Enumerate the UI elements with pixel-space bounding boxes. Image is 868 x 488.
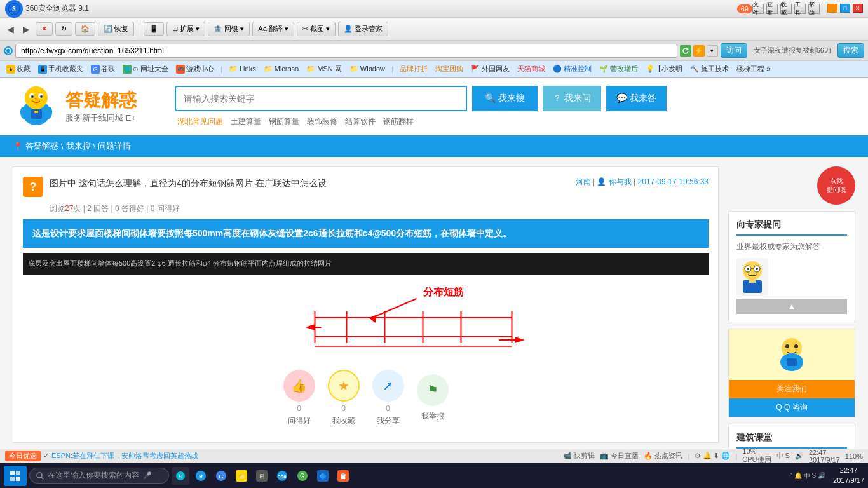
tag-hubei[interactable]: 湖北常见问题 — [177, 116, 223, 127]
refresh-button[interactable]: ↻ — [55, 22, 72, 36]
expand-icon[interactable]: ▾ — [707, 45, 718, 57]
forward-button[interactable]: ▶ — [20, 22, 33, 36]
bank-btn[interactable]: 🏦 网银 ▾ — [208, 22, 250, 36]
ask-me-button[interactable]: ？ 我来问 — [543, 86, 601, 111]
news-text1: ✓ — [43, 452, 49, 460]
restore-button[interactable]: 🔄 恢复 — [98, 22, 134, 36]
address-input[interactable] — [15, 44, 677, 58]
start-button[interactable] — [4, 466, 27, 486]
taskbar-icon-4[interactable]: 📁 — [233, 467, 250, 485]
main-content: ? 图片中 这句话怎么理解，直径为4的分布短钢筋网片 在广联达中怎么设 河南 |… — [0, 157, 868, 488]
tag-software[interactable]: 结算软件 — [345, 116, 376, 127]
translate-btn[interactable]: Aa 翻译 ▾ — [252, 22, 294, 36]
tag-civil[interactable]: 土建算量 — [231, 116, 261, 127]
favorite-item[interactable]: ★ 0 我收藏 — [328, 370, 360, 426]
report-item[interactable]: ⚑ 我举报 — [417, 374, 449, 422]
taskbar-icon-orange[interactable]: 📋 — [334, 467, 352, 485]
question-user-icon: 👤 — [597, 177, 606, 186]
browser-logo: 3 — [5, 0, 23, 18]
breadcrumb-search[interactable]: 我来搜 — [66, 140, 91, 152]
urls-icon: 🌐 — [123, 65, 132, 74]
login-btn[interactable]: 👤 登录管家 — [338, 22, 388, 36]
bookmark-construct[interactable]: 🔨 施工技术 — [688, 63, 731, 75]
menu-file[interactable]: 文件 — [752, 4, 764, 14]
system-clock: 22:47 2017/9/17 — [833, 466, 864, 485]
taskbar-icon-3[interactable]: G — [212, 467, 230, 485]
main-search-input[interactable] — [175, 86, 467, 111]
screenshot-btn[interactable]: ✂ 截图 ▾ — [297, 22, 336, 36]
tag-rebar[interactable]: 钢筋算量 — [269, 116, 299, 127]
bookmark-micro[interactable]: 📁 Microso — [261, 64, 302, 74]
svg-line-24 — [372, 299, 417, 318]
taskbar-icon-5[interactable]: ⊞ — [253, 467, 271, 485]
menu-favorites[interactable]: 收藏 — [780, 4, 792, 14]
bookmark-taobao[interactable]: 淘宝团购 — [433, 63, 466, 75]
status-right: 📹 快剪辑 📺 今日直播 🔥 热点资讯 | ⚙ 🔔 ⬇ 🌐 | 10% CPU使… — [563, 447, 863, 464]
share-item[interactable]: ↗ 0 我分享 — [372, 370, 404, 426]
svg-text:360: 360 — [278, 474, 287, 480]
search-me-button[interactable]: 🔍 我来搜 — [472, 86, 538, 111]
bookmark-stairs[interactable]: 楼梯工程 » — [734, 63, 773, 75]
maximize-button[interactable]: □ — [840, 4, 850, 13]
bookmark-tax[interactable]: 🌱 菅改增后 — [597, 63, 641, 75]
taskbar-search-bar[interactable]: 在这里输入你要搜索的内容 🎤 — [29, 468, 169, 484]
games-icon: 🎮 — [176, 65, 185, 74]
bookmark-window[interactable]: 📁 Window — [347, 64, 388, 74]
nav-bar: ◀ ▶ ✕ ↻ 🏠 🔄 恢复 📱 ⊞ 扩展 ▾ 🏦 网银 ▾ Aa 翻译 ▾ ✂… — [0, 18, 868, 41]
menu-tools[interactable]: 工具 — [794, 4, 806, 14]
close-button[interactable]: ✕ — [853, 4, 863, 13]
taskbar-search-icon — [36, 472, 44, 480]
breadcrumb-home[interactable]: 答疑解惑 — [25, 140, 58, 152]
bookmark-invent[interactable]: 💡【小发明 — [643, 63, 685, 75]
question-title: 图片中 这句话怎么理解，直径为4的分布短钢筋网片 在广联达中怎么设 — [50, 177, 569, 190]
bookmark-brand[interactable]: 品牌打折 — [397, 63, 430, 75]
bookmark-links[interactable]: 📁 Links — [226, 64, 259, 74]
visit-button[interactable]: 访问 — [721, 43, 747, 58]
expert-avatar-area — [736, 258, 847, 296]
taskbar-icon-360[interactable]: 360 — [273, 467, 291, 485]
bookmark-games[interactable]: 🎮 游戏中心 — [173, 63, 217, 75]
ask-bubble[interactable]: 点我提问哦 — [817, 166, 855, 205]
bookmark-tmall[interactable]: 天猫商城 — [515, 63, 548, 75]
answer-me-button[interactable]: 💬 我来答 — [606, 86, 667, 111]
scroll-top-button[interactable]: ▲ — [736, 299, 847, 314]
stop-button[interactable]: ✕ — [36, 22, 53, 36]
tag-decor[interactable]: 装饰装修 — [307, 116, 337, 127]
bookmark-msn[interactable]: 📁 MSN 网 — [304, 63, 344, 75]
minimize-button[interactable]: _ — [827, 4, 837, 13]
search-button-top[interactable]: 搜索 — [837, 43, 864, 58]
follow-us-button[interactable]: 关注我们 — [729, 380, 855, 398]
bookmark-item[interactable]: ★ 收藏 — [4, 63, 33, 75]
expert-desc: 业界最权威专家为您解答 — [736, 241, 847, 253]
taskbar-icon-2[interactable]: e — [192, 467, 210, 485]
bookmark-precise[interactable]: 🔵 精准控制 — [550, 63, 594, 75]
taskbar-icon-green[interactable]: G — [294, 467, 311, 485]
search-tags: 湖北常见问题 土建算量 钢筋算量 装饰装修 结算软件 钢筋翻样 — [175, 116, 855, 127]
svg-point-41 — [785, 344, 789, 348]
float-area: 点我提问哦 — [728, 166, 855, 205]
mobile-btn[interactable]: 📱 — [144, 22, 164, 36]
tag-rebar2[interactable]: 钢筋翻样 — [383, 116, 414, 127]
content-right: 点我提问哦 向专家提问 业界最权威专家为您解答 — [728, 166, 855, 488]
bookmark-mobile[interactable]: 📱 手机收藏夹 — [36, 63, 86, 75]
taskbar-icon-1[interactable]: S — [172, 467, 189, 485]
svg-point-42 — [794, 344, 798, 348]
search-area: 🔍 我来搜 ？ 我来问 💬 我来答 湖北常见问题 土建算量 钢筋算量 装饰装修 … — [175, 86, 855, 127]
menu-view[interactable]: 查看 — [766, 4, 778, 14]
news-link1[interactable]: ESPN:若在拜仁下课，安帅洛蒂考虑回英超热战 — [51, 451, 198, 461]
bookmark-google[interactable]: G 谷歌 — [88, 63, 118, 75]
extend-btn[interactable]: ⊞ 扩展 ▾ — [166, 22, 205, 36]
bookmark-foreign[interactable]: 🚩 外国网友 — [468, 63, 512, 75]
qq-consult-button[interactable]: Q Q 咨询 — [729, 398, 855, 417]
taskbar-icon-blue2[interactable]: 🔷 — [314, 467, 332, 485]
favorite-count: 0 — [115, 204, 119, 213]
refresh-icon[interactable] — [680, 45, 691, 57]
back-button[interactable]: ◀ — [4, 22, 17, 36]
question-date: 2017-09-17 19:56:33 — [638, 177, 709, 186]
favorite-count: 0 — [341, 404, 346, 413]
lightning-icon[interactable]: ⚡ — [693, 45, 705, 57]
bookmark-urls[interactable]: 🌐 ⊕ 网址大全 — [120, 63, 171, 75]
like-item[interactable]: 👍 0 问得好 — [283, 370, 315, 426]
menu-help[interactable]: 帮助 — [808, 4, 820, 14]
home-button[interactable]: 🏠 — [75, 22, 95, 36]
